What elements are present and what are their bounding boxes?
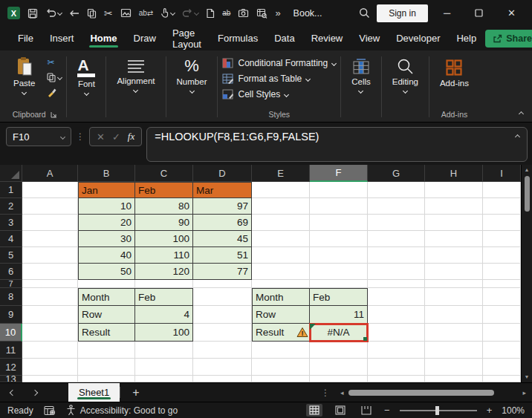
cell-D3[interactable]: 69 — [193, 215, 252, 231]
cancel-entry-icon[interactable]: ✕ — [97, 131, 105, 143]
cell[interactable] — [368, 288, 425, 306]
cell-B1[interactable]: Jan — [78, 182, 135, 198]
cell[interactable] — [425, 324, 483, 342]
horizontal-scroll-thumb[interactable] — [348, 390, 494, 396]
paste-picture-icon[interactable] — [120, 8, 132, 18]
zoom-level[interactable]: 100% — [502, 405, 525, 416]
find-replace-icon[interactable]: ab⇄ — [139, 9, 154, 17]
cell[interactable] — [368, 280, 425, 288]
paste-button[interactable]: Paste — [7, 55, 41, 96]
cell[interactable] — [310, 359, 368, 376]
cell[interactable] — [193, 376, 252, 382]
font-button[interactable]: A Font — [71, 55, 101, 97]
cell-D2[interactable]: 97 — [193, 198, 252, 215]
toolbar-overflow-icon[interactable]: » — [275, 7, 280, 19]
page-layout-view-button[interactable] — [332, 404, 348, 417]
cell[interactable] — [310, 376, 368, 382]
select-all-corner[interactable] — [0, 165, 22, 182]
back-arrow-icon[interactable] — [69, 9, 80, 18]
cell[interactable] — [368, 264, 425, 280]
cell-C1[interactable]: Feb — [135, 182, 193, 198]
col-header-E[interactable]: E — [252, 165, 310, 182]
cell[interactable] — [310, 231, 368, 247]
cell[interactable] — [425, 215, 483, 231]
row-header-2[interactable]: 2 — [0, 198, 22, 215]
cell-C4[interactable]: 100 — [135, 231, 193, 247]
cell[interactable] — [425, 280, 483, 288]
cell[interactable] — [368, 306, 425, 324]
col-header-D[interactable]: D — [193, 165, 252, 182]
cell-D6[interactable]: 77 — [193, 264, 252, 280]
cell[interactable] — [252, 342, 310, 359]
row-header-5[interactable]: 5 — [0, 247, 22, 264]
cell[interactable] — [22, 324, 78, 342]
maximize-button[interactable] — [466, 9, 492, 17]
new-sheet-button[interactable]: + — [120, 383, 151, 402]
macro-record-icon[interactable] — [44, 405, 56, 416]
cell[interactable] — [22, 359, 78, 376]
cell[interactable] — [22, 376, 78, 382]
scroll-right-icon[interactable]: ▸ — [522, 389, 526, 396]
close-button[interactable]: ✕ — [499, 7, 525, 19]
cell[interactable] — [425, 288, 483, 306]
cut-button[interactable]: ✂ — [47, 57, 62, 68]
cell[interactable] — [193, 288, 252, 306]
cell[interactable] — [310, 182, 368, 198]
cell-B5[interactable]: 40 — [78, 247, 135, 264]
col-header-A[interactable]: A — [22, 165, 78, 182]
cell[interactable] — [425, 247, 483, 264]
page-break-view-button[interactable] — [358, 404, 374, 417]
cell-D5[interactable]: 51 — [193, 247, 252, 264]
accessibility-status[interactable]: Accessibility: Good to go — [66, 405, 178, 416]
cell[interactable] — [483, 215, 521, 231]
save-icon[interactable] — [27, 8, 38, 19]
cell[interactable] — [135, 342, 193, 359]
vertical-scrollbar[interactable]: ▲ ▼ — [521, 165, 532, 382]
cell[interactable] — [368, 182, 425, 198]
tab-file[interactable]: File — [10, 28, 41, 48]
cell-B6[interactable]: 50 — [78, 264, 135, 280]
cell[interactable] — [22, 264, 78, 280]
row-header-4[interactable]: 4 — [0, 231, 22, 247]
cell[interactable] — [483, 359, 521, 376]
row-header-6[interactable]: 6 — [0, 264, 22, 280]
name-box[interactable]: F10 — [6, 127, 71, 146]
cell[interactable] — [193, 359, 252, 376]
row-header-10[interactable]: 10 — [0, 324, 22, 342]
cell[interactable] — [252, 247, 310, 264]
tab-formulas[interactable]: Formulas — [210, 28, 265, 48]
cell-B10[interactable]: Result — [78, 324, 135, 342]
camera-icon[interactable] — [238, 8, 249, 18]
cells-button[interactable]: Cells — [346, 55, 377, 94]
cell-C3[interactable]: 90 — [135, 215, 193, 231]
cell-F10-selected[interactable]: #N/A — [310, 324, 368, 342]
cell[interactable] — [193, 280, 252, 288]
cell[interactable] — [368, 247, 425, 264]
cell[interactable] — [252, 359, 310, 376]
tab-draw[interactable]: Draw — [126, 28, 163, 48]
col-header-B[interactable]: B — [78, 165, 135, 182]
cell[interactable] — [135, 376, 193, 382]
cell[interactable] — [22, 215, 78, 231]
col-header-I[interactable]: I — [483, 165, 521, 182]
copy-icon[interactable] — [87, 8, 97, 19]
cell-F9[interactable]: 11 — [310, 306, 368, 324]
cell[interactable] — [483, 288, 521, 306]
row-header-7[interactable]: 7 — [0, 280, 22, 288]
excel-logo-icon[interactable]: X — [7, 7, 20, 19]
prev-sheet-icon[interactable] — [10, 389, 16, 395]
collapse-ribbon-icon[interactable] — [519, 111, 524, 117]
tab-insert[interactable]: Insert — [42, 28, 82, 48]
cell[interactable] — [78, 376, 135, 382]
cell-C6[interactable]: 120 — [135, 264, 193, 280]
conditional-formatting-button[interactable]: Conditional Formatting — [222, 58, 336, 68]
cell[interactable] — [193, 306, 252, 324]
cell[interactable] — [310, 264, 368, 280]
col-header-G[interactable]: G — [368, 165, 425, 182]
cell-B9[interactable]: Row — [78, 306, 135, 324]
signin-button[interactable]: Sign in — [377, 4, 428, 22]
next-sheet-icon[interactable] — [32, 389, 38, 395]
table-lookup-icon[interactable] — [256, 8, 267, 19]
cell[interactable] — [22, 306, 78, 324]
cut-icon[interactable]: ✂ — [104, 7, 113, 19]
